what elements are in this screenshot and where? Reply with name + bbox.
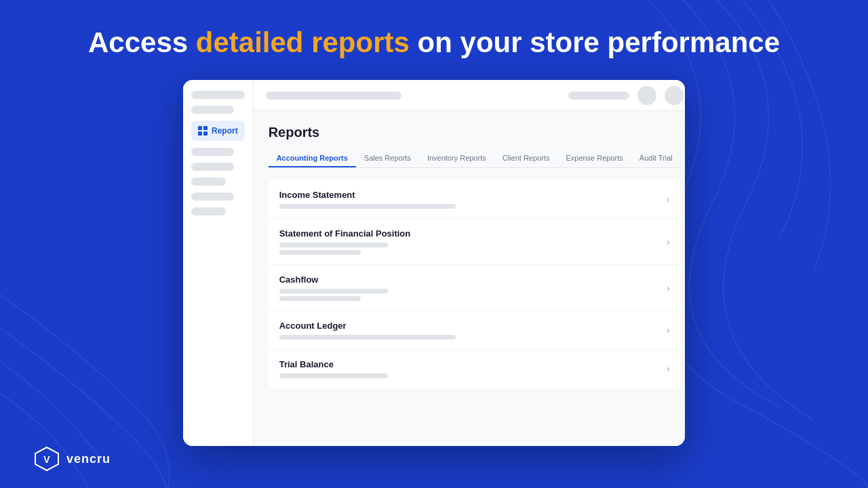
tab-expense-reports[interactable]: Expense Reports (557, 150, 631, 167)
cashflow-chevron-icon: › (667, 283, 670, 293)
sidebar-skeleton-4 (191, 163, 234, 171)
report-item-ledger-name: Account Ledger (279, 321, 667, 331)
topbar-avatar-2 (665, 86, 684, 105)
report-item-financial-left: Statement of Financial Position (279, 228, 667, 255)
sidebar-item-report[interactable]: Report (191, 121, 245, 141)
header-text-access: Access (88, 26, 196, 58)
main-content: Reports Accounting Reports Sales Reports… (254, 111, 685, 446)
financial-sk-2 (279, 250, 361, 255)
report-item-trial-balance[interactable]: Trial Balance › (269, 350, 681, 388)
report-item-income-skeletons (279, 204, 667, 209)
reports-tabs: Accounting Reports Sales Reports Invento… (269, 150, 681, 168)
content-area: Reports Accounting Reports Sales Reports… (254, 80, 685, 446)
footer-brand: V vencru (34, 446, 111, 472)
cashflow-sk-2 (279, 296, 361, 301)
trial-chevron-icon: › (667, 363, 670, 374)
trial-sk-1 (279, 373, 388, 378)
page-title: Reports (269, 125, 681, 140)
page-header: Access detailed reports on your store pe… (0, 0, 868, 80)
sidebar-skeleton-top (191, 91, 245, 99)
report-item-cashflow-left: Cashflow (279, 274, 667, 301)
report-item-income-left: Income Statement (279, 190, 667, 209)
report-item-trial-left: Trial Balance (279, 359, 667, 378)
report-item-cashflow-skeletons (279, 289, 667, 301)
tab-inventory-reports[interactable]: Inventory Reports (419, 150, 494, 167)
report-item-cashflow-name: Cashflow (279, 274, 667, 285)
ledger-chevron-icon: › (667, 325, 670, 336)
topbar-skeleton-medium (568, 92, 629, 100)
report-item-financial-position[interactable]: Statement of Financial Position › (269, 219, 681, 265)
app-window: Report Reports Accounting Reports Sales … (183, 80, 685, 446)
tab-accounting-reports[interactable]: Accounting Reports (269, 150, 356, 167)
report-item-trial-name: Trial Balance (279, 359, 667, 369)
report-item-cashflow[interactable]: Cashflow › (269, 265, 681, 311)
financial-sk-1 (279, 243, 388, 247)
sidebar-skeleton-7 (191, 207, 226, 216)
report-item-income-name: Income Statement (279, 190, 667, 200)
header-text-highlight: detailed reports (196, 26, 410, 58)
report-item-ledger-skeletons (279, 335, 667, 340)
report-item-financial-skeletons (279, 243, 667, 255)
income-chevron-icon: › (667, 194, 670, 205)
tab-audit-trial[interactable]: Audit Trial (631, 150, 681, 167)
report-item-ledger-left: Account Ledger (279, 321, 667, 340)
header-text-store: on your store performance (410, 26, 780, 58)
topbar-avatar-1 (637, 86, 656, 105)
report-item-financial-name: Statement of Financial Position (279, 228, 667, 239)
sidebar-item-report-label: Report (212, 126, 238, 136)
sidebar-skeleton-6 (191, 192, 234, 201)
topbar-skeleton-wide (266, 92, 401, 100)
report-grid-icon (198, 126, 208, 136)
topbar (254, 80, 685, 111)
cashflow-sk-1 (279, 289, 388, 293)
report-item-income-statement[interactable]: Income Statement › (269, 180, 681, 219)
tab-client-reports[interactable]: Client Reports (494, 150, 558, 167)
sidebar-skeleton-2 (191, 106, 234, 114)
financial-chevron-icon: › (667, 237, 670, 247)
ledger-sk-1 (279, 335, 456, 340)
report-item-trial-skeletons (279, 373, 667, 378)
report-item-account-ledger[interactable]: Account Ledger › (269, 311, 681, 350)
brand-name-label: vencru (66, 452, 111, 466)
income-sk-1 (279, 204, 456, 209)
sidebar: Report (183, 80, 254, 446)
svg-text:V: V (43, 454, 50, 465)
report-list: Income Statement › Statement of Financia… (269, 180, 681, 388)
vencru-logo-icon: V (34, 446, 60, 472)
sidebar-skeleton-3 (191, 148, 234, 156)
sidebar-skeleton-5 (191, 178, 226, 186)
tab-sales-reports[interactable]: Sales Reports (356, 150, 419, 167)
